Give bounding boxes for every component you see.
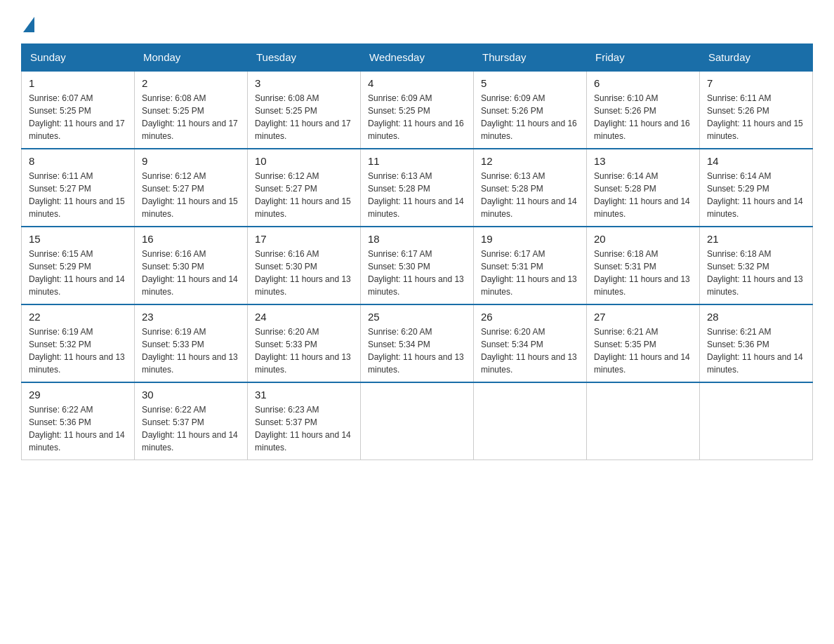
calendar-header-row: SundayMondayTuesdayWednesdayThursdayFrid…	[22, 44, 813, 72]
table-row: 7 Sunrise: 6:11 AM Sunset: 5:26 PM Dayli…	[700, 71, 813, 149]
table-row: 18 Sunrise: 6:17 AM Sunset: 5:30 PM Dayl…	[361, 227, 474, 304]
logo-top	[21, 14, 34, 32]
day-info: Sunrise: 6:15 AM Sunset: 5:29 PM Dayligh…	[29, 248, 127, 298]
table-row: 15 Sunrise: 6:15 AM Sunset: 5:29 PM Dayl…	[22, 227, 135, 304]
day-info: Sunrise: 6:08 AM Sunset: 5:25 PM Dayligh…	[255, 92, 353, 142]
header-tuesday: Tuesday	[248, 44, 361, 72]
table-row: 11 Sunrise: 6:13 AM Sunset: 5:28 PM Dayl…	[361, 149, 474, 227]
table-row	[700, 382, 813, 460]
day-number: 8	[29, 155, 127, 167]
day-info: Sunrise: 6:18 AM Sunset: 5:31 PM Dayligh…	[594, 248, 692, 298]
table-row	[474, 382, 587, 460]
day-info: Sunrise: 6:16 AM Sunset: 5:30 PM Dayligh…	[142, 248, 240, 298]
day-number: 14	[707, 155, 805, 167]
day-number: 27	[594, 311, 692, 323]
day-number: 26	[481, 311, 579, 323]
calendar-week-5: 29 Sunrise: 6:22 AM Sunset: 5:36 PM Dayl…	[22, 382, 813, 460]
day-number: 16	[142, 233, 240, 245]
day-info: Sunrise: 6:09 AM Sunset: 5:26 PM Dayligh…	[481, 92, 579, 142]
table-row: 29 Sunrise: 6:22 AM Sunset: 5:36 PM Dayl…	[22, 382, 135, 460]
day-number: 28	[707, 311, 805, 323]
day-info: Sunrise: 6:14 AM Sunset: 5:28 PM Dayligh…	[594, 170, 692, 220]
day-number: 6	[594, 77, 692, 89]
day-number: 5	[481, 77, 579, 89]
day-number: 12	[481, 155, 579, 167]
table-row: 21 Sunrise: 6:18 AM Sunset: 5:32 PM Dayl…	[700, 227, 813, 304]
day-info: Sunrise: 6:11 AM Sunset: 5:27 PM Dayligh…	[29, 170, 127, 220]
day-number: 25	[368, 311, 466, 323]
day-number: 19	[481, 233, 579, 245]
day-number: 1	[29, 77, 127, 89]
day-info: Sunrise: 6:20 AM Sunset: 5:34 PM Dayligh…	[368, 326, 466, 376]
day-number: 9	[142, 155, 240, 167]
day-info: Sunrise: 6:21 AM Sunset: 5:35 PM Dayligh…	[594, 326, 692, 376]
day-number: 7	[707, 77, 805, 89]
day-number: 15	[29, 233, 127, 245]
day-info: Sunrise: 6:19 AM Sunset: 5:32 PM Dayligh…	[29, 326, 127, 376]
table-row: 10 Sunrise: 6:12 AM Sunset: 5:27 PM Dayl…	[248, 149, 361, 227]
day-info: Sunrise: 6:11 AM Sunset: 5:26 PM Dayligh…	[707, 92, 805, 142]
table-row: 27 Sunrise: 6:21 AM Sunset: 5:35 PM Dayl…	[587, 304, 700, 382]
day-info: Sunrise: 6:12 AM Sunset: 5:27 PM Dayligh…	[142, 170, 240, 220]
day-info: Sunrise: 6:16 AM Sunset: 5:30 PM Dayligh…	[255, 248, 353, 298]
day-info: Sunrise: 6:17 AM Sunset: 5:30 PM Dayligh…	[368, 248, 466, 298]
table-row: 5 Sunrise: 6:09 AM Sunset: 5:26 PM Dayli…	[474, 71, 587, 149]
day-info: Sunrise: 6:07 AM Sunset: 5:25 PM Dayligh…	[29, 92, 127, 142]
day-info: Sunrise: 6:13 AM Sunset: 5:28 PM Dayligh…	[481, 170, 579, 220]
table-row: 26 Sunrise: 6:20 AM Sunset: 5:34 PM Dayl…	[474, 304, 587, 382]
day-info: Sunrise: 6:12 AM Sunset: 5:27 PM Dayligh…	[255, 170, 353, 220]
calendar-week-4: 22 Sunrise: 6:19 AM Sunset: 5:32 PM Dayl…	[22, 304, 813, 382]
day-info: Sunrise: 6:13 AM Sunset: 5:28 PM Dayligh…	[368, 170, 466, 220]
table-row: 25 Sunrise: 6:20 AM Sunset: 5:34 PM Dayl…	[361, 304, 474, 382]
table-row: 8 Sunrise: 6:11 AM Sunset: 5:27 PM Dayli…	[22, 149, 135, 227]
day-info: Sunrise: 6:22 AM Sunset: 5:36 PM Dayligh…	[29, 403, 127, 454]
day-info: Sunrise: 6:20 AM Sunset: 5:34 PM Dayligh…	[481, 326, 579, 376]
calendar-week-2: 8 Sunrise: 6:11 AM Sunset: 5:27 PM Dayli…	[22, 149, 813, 227]
day-number: 23	[142, 311, 240, 323]
day-number: 21	[707, 233, 805, 245]
table-row: 16 Sunrise: 6:16 AM Sunset: 5:30 PM Dayl…	[135, 227, 248, 304]
table-row: 2 Sunrise: 6:08 AM Sunset: 5:25 PM Dayli…	[135, 71, 248, 149]
table-row: 14 Sunrise: 6:14 AM Sunset: 5:29 PM Dayl…	[700, 149, 813, 227]
calendar-week-3: 15 Sunrise: 6:15 AM Sunset: 5:29 PM Dayl…	[22, 227, 813, 304]
day-number: 4	[368, 77, 466, 89]
day-info: Sunrise: 6:22 AM Sunset: 5:37 PM Dayligh…	[142, 403, 240, 454]
table-row	[361, 382, 474, 460]
day-info: Sunrise: 6:21 AM Sunset: 5:36 PM Dayligh…	[707, 326, 805, 376]
day-info: Sunrise: 6:18 AM Sunset: 5:32 PM Dayligh…	[707, 248, 805, 298]
day-number: 29	[29, 389, 127, 401]
header-saturday: Saturday	[700, 44, 813, 72]
header-monday: Monday	[135, 44, 248, 72]
table-row: 13 Sunrise: 6:14 AM Sunset: 5:28 PM Dayl…	[587, 149, 700, 227]
table-row: 9 Sunrise: 6:12 AM Sunset: 5:27 PM Dayli…	[135, 149, 248, 227]
table-row: 19 Sunrise: 6:17 AM Sunset: 5:31 PM Dayl…	[474, 227, 587, 304]
day-number: 18	[368, 233, 466, 245]
day-info: Sunrise: 6:19 AM Sunset: 5:33 PM Dayligh…	[142, 326, 240, 376]
table-row: 28 Sunrise: 6:21 AM Sunset: 5:36 PM Dayl…	[700, 304, 813, 382]
day-number: 30	[142, 389, 240, 401]
table-row: 30 Sunrise: 6:22 AM Sunset: 5:37 PM Dayl…	[135, 382, 248, 460]
table-row: 1 Sunrise: 6:07 AM Sunset: 5:25 PM Dayli…	[22, 71, 135, 149]
day-number: 20	[594, 233, 692, 245]
header-thursday: Thursday	[474, 44, 587, 72]
header-friday: Friday	[587, 44, 700, 72]
day-number: 31	[255, 389, 353, 401]
day-number: 17	[255, 233, 353, 245]
table-row: 31 Sunrise: 6:23 AM Sunset: 5:37 PM Dayl…	[248, 382, 361, 460]
header-sunday: Sunday	[22, 44, 135, 72]
day-number: 24	[255, 311, 353, 323]
logo-triangle-icon	[23, 17, 34, 32]
table-row: 3 Sunrise: 6:08 AM Sunset: 5:25 PM Dayli…	[248, 71, 361, 149]
table-row: 12 Sunrise: 6:13 AM Sunset: 5:28 PM Dayl…	[474, 149, 587, 227]
table-row: 22 Sunrise: 6:19 AM Sunset: 5:32 PM Dayl…	[22, 304, 135, 382]
table-row	[587, 382, 700, 460]
page-header	[21, 14, 813, 29]
day-info: Sunrise: 6:14 AM Sunset: 5:29 PM Dayligh…	[707, 170, 805, 220]
header-wednesday: Wednesday	[361, 44, 474, 72]
table-row: 6 Sunrise: 6:10 AM Sunset: 5:26 PM Dayli…	[587, 71, 700, 149]
logo	[21, 14, 34, 29]
day-number: 3	[255, 77, 353, 89]
day-info: Sunrise: 6:08 AM Sunset: 5:25 PM Dayligh…	[142, 92, 240, 142]
day-info: Sunrise: 6:20 AM Sunset: 5:33 PM Dayligh…	[255, 326, 353, 376]
day-number: 13	[594, 155, 692, 167]
